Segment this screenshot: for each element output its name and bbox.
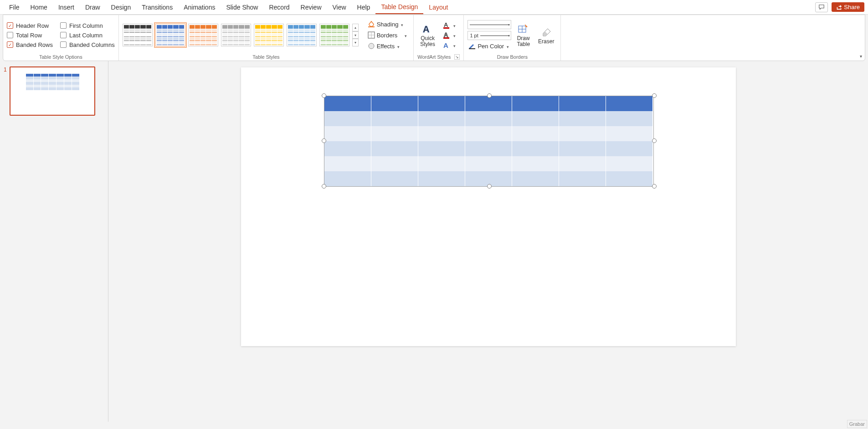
table-cell[interactable] — [418, 111, 465, 126]
checkbox-total-row[interactable]: Total Row — [7, 32, 53, 39]
table-cell[interactable] — [371, 156, 418, 171]
text-outline-dropdown[interactable]: A — [441, 31, 457, 40]
draw-table-button[interactable]: Draw Table — [514, 22, 533, 48]
table-cell[interactable] — [559, 171, 606, 186]
table-style-thumb-0[interactable] — [123, 24, 153, 46]
pen-color-dropdown[interactable]: Pen Color — [467, 42, 511, 50]
status-bar-record[interactable]: Grabar — [847, 420, 867, 428]
table-cell[interactable] — [512, 156, 559, 171]
table-cell[interactable] — [465, 126, 512, 141]
table-cell[interactable] — [418, 156, 465, 171]
slide-canvas[interactable] — [241, 67, 736, 346]
wordart-launcher[interactable]: ↘ — [454, 54, 460, 60]
tab-table-design[interactable]: Table Design — [375, 0, 423, 14]
table-cell[interactable] — [559, 156, 606, 171]
tab-animations[interactable]: Animations — [178, 1, 221, 14]
quick-styles-button[interactable]: A Quick Styles — [417, 22, 438, 48]
table-style-thumb-3[interactable] — [221, 24, 251, 46]
tab-draw[interactable]: Draw — [80, 1, 106, 14]
table-cell[interactable] — [465, 96, 512, 111]
table-cell[interactable] — [371, 171, 418, 186]
table-style-thumb-5[interactable] — [287, 24, 317, 46]
table-style-thumb-6[interactable] — [319, 24, 349, 46]
table-style-thumb-4[interactable] — [254, 24, 284, 46]
selection-handle-n[interactable] — [487, 93, 492, 98]
selection-handle-se[interactable] — [652, 184, 657, 189]
table-cell[interactable] — [324, 156, 371, 171]
tab-file[interactable]: File — [4, 1, 25, 14]
table-cell[interactable] — [512, 171, 559, 186]
checkbox-banded-rows[interactable]: ✓Banded Rows — [7, 41, 53, 48]
checkbox-banded-columns[interactable]: Banded Columns — [60, 41, 115, 48]
table-style-thumb-1[interactable] — [155, 24, 185, 46]
table-cell[interactable] — [324, 96, 371, 111]
text-fill-dropdown[interactable]: A — [441, 20, 457, 30]
tab-insert[interactable]: Insert — [53, 1, 80, 14]
table-cell[interactable] — [465, 141, 512, 156]
table-cell[interactable] — [606, 96, 653, 111]
table-cell[interactable] — [465, 156, 512, 171]
table-cell[interactable] — [606, 126, 653, 141]
table-row[interactable] — [324, 96, 653, 111]
table-cell[interactable] — [465, 111, 512, 126]
table-cell[interactable] — [606, 171, 653, 186]
table-cell[interactable] — [512, 111, 559, 126]
collapse-ribbon-button[interactable]: ▾ — [860, 54, 862, 59]
table-row[interactable] — [324, 111, 653, 126]
comments-button[interactable] — [815, 2, 828, 12]
table-cell[interactable] — [371, 96, 418, 111]
eraser-button[interactable]: Eraser — [535, 25, 557, 46]
gallery-more[interactable]: ▾ — [352, 39, 359, 46]
table-cell[interactable] — [559, 96, 606, 111]
table-row[interactable] — [324, 126, 653, 141]
tab-slideshow[interactable]: Slide Show — [221, 1, 263, 14]
pen-weight-combo[interactable]: 1 pt ▾ — [467, 31, 511, 40]
table-cell[interactable] — [324, 171, 371, 186]
selection-handle-sw[interactable] — [322, 184, 326, 189]
effects-dropdown[interactable]: Effects — [365, 41, 410, 51]
slide-canvas-area[interactable] — [108, 61, 868, 422]
selection-handle-ne[interactable] — [652, 93, 657, 98]
shading-dropdown[interactable]: Shading — [365, 19, 410, 29]
table-row[interactable] — [324, 156, 653, 171]
table-cell[interactable] — [418, 141, 465, 156]
checkbox-last-column[interactable]: Last Column — [60, 32, 115, 39]
selection-handle-w[interactable] — [322, 138, 326, 143]
share-button[interactable]: Share — [832, 2, 864, 12]
table-cell[interactable] — [324, 126, 371, 141]
table-row[interactable] — [324, 141, 653, 156]
checkbox-header-row[interactable]: ✓Header Row — [7, 22, 53, 29]
table-cell[interactable] — [559, 126, 606, 141]
table-cell[interactable] — [512, 96, 559, 111]
table-cell[interactable] — [559, 141, 606, 156]
tab-layout[interactable]: Layout — [423, 1, 453, 14]
table-cell[interactable] — [606, 141, 653, 156]
table-style-thumb-2[interactable] — [188, 24, 218, 46]
selection-handle-e[interactable] — [652, 138, 657, 143]
selection-handle-s[interactable] — [487, 184, 492, 189]
table-cell[interactable] — [324, 111, 371, 126]
slide-thumbnail-1[interactable] — [10, 66, 95, 116]
table-cell[interactable] — [512, 141, 559, 156]
table-cell[interactable] — [371, 126, 418, 141]
checkbox-first-column[interactable]: First Column — [60, 22, 115, 29]
gallery-scroll-down[interactable]: ▾ — [352, 31, 359, 39]
table-cell[interactable] — [418, 171, 465, 186]
table-cell[interactable] — [606, 156, 653, 171]
tab-help[interactable]: Help — [352, 1, 376, 14]
text-effects-dropdown[interactable]: A — [441, 41, 457, 50]
tab-review[interactable]: Review — [295, 1, 327, 14]
tab-transitions[interactable]: Transitions — [136, 1, 178, 14]
table-cell[interactable] — [606, 111, 653, 126]
pen-style-combo[interactable]: ▾ — [467, 20, 511, 29]
table-cell[interactable] — [371, 141, 418, 156]
tab-design[interactable]: Design — [106, 1, 137, 14]
tab-record[interactable]: Record — [263, 1, 295, 14]
table-cell[interactable] — [371, 111, 418, 126]
tab-view[interactable]: View — [327, 1, 352, 14]
gallery-scroll-up[interactable]: ▴ — [352, 24, 359, 31]
tab-home[interactable]: Home — [25, 1, 53, 14]
table-cell[interactable] — [418, 126, 465, 141]
borders-dropdown[interactable]: Borders — [365, 30, 410, 40]
table-cell[interactable] — [559, 111, 606, 126]
